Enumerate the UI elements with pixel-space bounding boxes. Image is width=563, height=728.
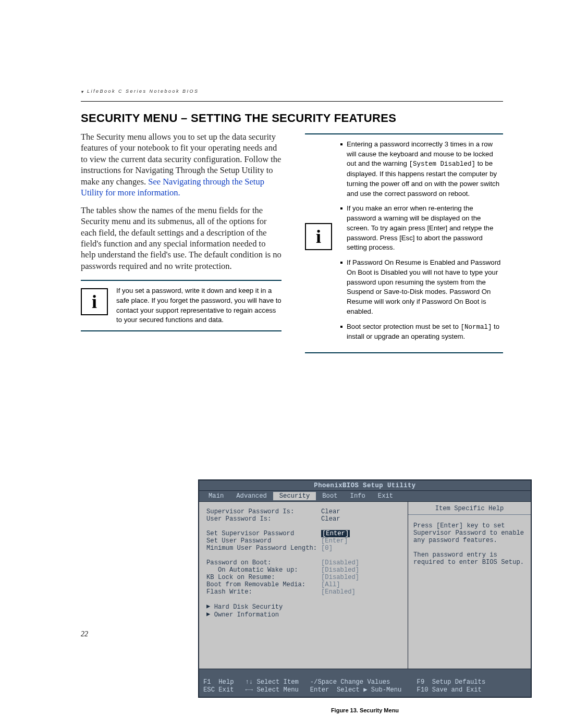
running-head-text: LifeBook C Series Notebook BIOS [87, 89, 199, 94]
bios-menubar: MainAdvancedSecurityBootInfoExit [199, 491, 531, 502]
note-bullet-text: If Password On Resume is Enabled and Pas… [347, 258, 500, 315]
spacer [206, 523, 403, 530]
bios-field-row[interactable]: On Automatic Wake up:[Disabled] [206, 566, 403, 574]
bios-footer-line2: ESC Exit ←→ Select Menu Enter Select ▶ S… [203, 686, 482, 694]
note-bullet-list: Entering a password incorrectly 3 times … [340, 140, 503, 347]
bios-field-row[interactable]: Supervisor Password Is:Clear [206, 508, 403, 515]
note-right: i Entering a password incorrectly 3 time… [305, 140, 503, 347]
bios-field-label: Owner Information [214, 611, 279, 619]
bios-field-label: Hard Disk Security [214, 603, 283, 611]
bios-footer: F1 Help ↑↓ Select Item -/Space Change Va… [199, 669, 531, 697]
bios-titlebar: PhoenixBIOS Setup Utility [199, 480, 531, 491]
note-bullet: Entering a password incorrectly 3 times … [340, 140, 503, 199]
note: i If you set a password, write it down a… [81, 286, 282, 325]
bios-field-row[interactable]: Flash Write:[Enabled] [206, 588, 403, 596]
bios-submenu-row[interactable]: ▶ Hard Disk Security [206, 603, 403, 611]
page-number: 22 [81, 630, 88, 638]
bios-footer-line1: F1 Help ↑↓ Select Item -/Space Change Va… [203, 678, 485, 686]
bios-field-value: Clear [321, 508, 403, 515]
bios-screen: PhoenixBIOS Setup Utility MainAdvancedSe… [198, 479, 532, 698]
running-head: ▾LifeBook C Series Notebook BIOS [81, 89, 199, 94]
spacer [206, 596, 403, 603]
note-bullet: If Password On Resume is Enabled and Pas… [340, 258, 503, 316]
bios-menu-info[interactable]: Info [344, 492, 372, 500]
figure-caption: Figure 13. Security Menu [198, 707, 532, 713]
intro-paragraph: The Security menu allows you to set up t… [81, 131, 282, 199]
bios-field-value: [Enter] [321, 537, 403, 545]
bios-body: Supervisor Password Is:ClearUser Passwor… [199, 502, 531, 669]
runhead-marker-icon: ▾ [81, 89, 85, 93]
bios-menu-security[interactable]: Security [273, 492, 316, 500]
info-icon-glyph: i [316, 227, 321, 246]
bios-help-panel: Item Specific Help Press [Enter] key to … [408, 502, 531, 669]
spacer [206, 552, 403, 559]
bios-field-row[interactable]: Set User Password[Enter] [206, 537, 403, 545]
bios-menu-exit[interactable]: Exit [372, 492, 399, 500]
bios-field-label: Set User Password [206, 537, 321, 545]
bios-submenu-row[interactable]: ▶ Owner Information [206, 611, 403, 619]
info-icon: i [81, 288, 108, 315]
right-column: i Entering a password incorrectly 3 time… [305, 131, 503, 355]
note-text: If you set a password, write it down and… [116, 286, 282, 325]
bios-field-value: [Enabled] [321, 588, 403, 596]
left-column: The Security menu allows you to set up t… [81, 131, 282, 334]
note-block-right: i Entering a password incorrectly 3 time… [305, 133, 503, 353]
bios-field-row[interactable]: Password on Boot:[Disabled] [206, 559, 403, 566]
bios-menu-advanced[interactable]: Advanced [230, 492, 273, 500]
bios-settings-panel: Supervisor Password Is:ClearUser Passwor… [199, 502, 408, 669]
bios-field-label: Password on Boot: [206, 559, 321, 566]
note-bullet-text: Boot sector protection must be set to [347, 323, 460, 330]
bios-field-row[interactable]: Set Supervisor Password[Enter] [206, 530, 403, 537]
bios-field-row[interactable]: User Password Is:Clear [206, 515, 403, 523]
bios-field-label: Flash Write: [206, 588, 321, 596]
bios-field-value: [Disabled] [321, 566, 403, 574]
note-bullet-text: If you make an error when re-entering th… [347, 204, 493, 251]
inline-code: [System Disabled] [409, 161, 476, 168]
bios-field-label: On Automatic Wake up: [206, 566, 321, 574]
body-columns: The Security menu allows you to set up t… [81, 131, 503, 697]
page-title: SECURITY MENU – SETTING THE SECURITY FEA… [81, 112, 396, 125]
info-icon-glyph: i [92, 292, 97, 311]
tables-paragraph: The tables show the names of the menu fi… [81, 205, 282, 272]
note-rule-bottom-r [305, 352, 503, 353]
bios-field-value: [Disabled] [321, 574, 403, 581]
bios-field-row[interactable]: Minimum User Password Length:[0] [206, 545, 403, 552]
note-rule-bottom [81, 330, 282, 331]
header-rule [81, 101, 503, 102]
note-rule-top-r [305, 133, 503, 134]
bios-field-label: Set Supervisor Password [206, 530, 321, 537]
submenu-arrow-icon: ▶ [206, 610, 210, 618]
bios-menu-boot[interactable]: Boot [316, 492, 344, 500]
bios-field-row[interactable]: KB Lock on Resume:[Disabled] [206, 574, 403, 581]
bios-field-label: Boot from Removable Media: [206, 581, 321, 588]
bios-help-text: Press [Enter] key to set Supervisor Pass… [413, 522, 525, 566]
note-bullet: Boot sector protection must be set to [N… [340, 322, 503, 342]
info-icon: i [305, 223, 332, 250]
manual-page: ▾LifeBook C Series Notebook BIOS SECURIT… [0, 0, 563, 728]
note-block-left: i If you set a password, write it down a… [81, 280, 282, 331]
bios-help-title: Item Specific Help [408, 505, 531, 515]
bios-field-value: [Enter] [321, 530, 350, 537]
bios-field-value: Clear [321, 515, 403, 523]
bios-field-label: KB Lock on Resume: [206, 574, 321, 581]
bios-field-row[interactable]: Boot from Removable Media:[All] [206, 581, 403, 588]
bios-field-label: Supervisor Password Is: [206, 508, 321, 515]
note-bullet: If you make an error when re-entering th… [340, 204, 503, 253]
bios-menu-main[interactable]: Main [202, 492, 230, 500]
bios-field-value: [Disabled] [321, 559, 403, 566]
bios-field-label: Minimum User Password Length: [206, 545, 321, 552]
submenu-arrow-icon: ▶ [206, 602, 210, 610]
bios-figure: PhoenixBIOS Setup Utility MainAdvancedSe… [198, 479, 532, 713]
bios-field-value: [0] [321, 545, 403, 552]
bios-field-label: User Password Is: [206, 515, 321, 523]
bios-field-value: [All] [321, 581, 403, 588]
note-rule-top [81, 280, 282, 281]
inline-code: [Normal] [460, 324, 492, 331]
